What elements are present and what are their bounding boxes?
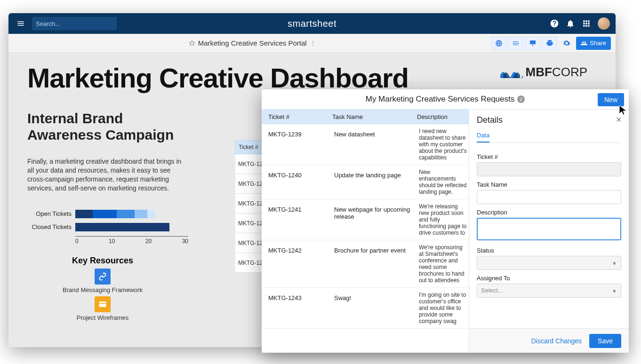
resource-label: Brand Messaging Framework bbox=[27, 286, 178, 293]
link-icon bbox=[98, 272, 107, 281]
people-icon bbox=[581, 40, 587, 47]
new-button[interactable]: New bbox=[598, 93, 624, 106]
search-field[interactable] bbox=[32, 17, 117, 30]
chevron-down-icon: ▼ bbox=[612, 288, 617, 294]
col-desc[interactable]: Description bbox=[417, 113, 469, 120]
presentation-icon bbox=[529, 40, 537, 47]
sheet-menu-icon[interactable]: ⋮ bbox=[310, 40, 316, 47]
campaign-description: Finally, a marketing creative dashboard … bbox=[27, 157, 187, 193]
user-avatar[interactable] bbox=[598, 17, 610, 30]
input-task[interactable] bbox=[477, 190, 621, 204]
print-button[interactable] bbox=[542, 37, 557, 50]
chevron-down-icon: ▼ bbox=[612, 261, 617, 266]
input-ticket bbox=[477, 162, 621, 176]
info-icon[interactable]: i bbox=[517, 95, 525, 103]
col-task[interactable]: Task Name bbox=[332, 113, 417, 120]
chart-label-open: Open Tickets bbox=[27, 210, 72, 217]
bell-icon[interactable] bbox=[566, 19, 575, 28]
search-input[interactable] bbox=[36, 20, 115, 27]
apps-icon[interactable] bbox=[582, 19, 591, 28]
save-button[interactable]: Save bbox=[589, 334, 621, 348]
sheet-toolbar: Marketing Creative Services Portal ⋮ Sha… bbox=[8, 34, 616, 53]
tab-data[interactable]: Data bbox=[477, 129, 489, 142]
close-button[interactable]: ✕ bbox=[616, 115, 623, 123]
layout-icon bbox=[98, 300, 107, 309]
label-assigned: Assigned To bbox=[477, 275, 621, 282]
table-row[interactable]: MKTG-1239New datasheetI need new datashe… bbox=[262, 124, 469, 165]
label-ticket: Ticket # bbox=[477, 153, 621, 160]
resources-heading: Key Resources bbox=[27, 256, 178, 266]
table-row[interactable]: MKTG-1242Brochure for partner eventWe're… bbox=[262, 240, 469, 288]
print-icon bbox=[546, 40, 553, 47]
help-icon[interactable] bbox=[550, 19, 559, 28]
details-heading: Details bbox=[477, 115, 621, 125]
ticket-chart: Open Tickets Closed Tickets 0 10 20 30 bbox=[27, 210, 187, 245]
chart-label-closed: Closed Tickets bbox=[27, 223, 72, 230]
mbf-wave-icon bbox=[500, 67, 523, 78]
mbf-logo: MBFCORP bbox=[500, 65, 587, 79]
report-panel: My Marketing Creative Services Requests … bbox=[262, 89, 629, 353]
label-description: Description bbox=[477, 209, 621, 216]
chart-axis: 0 10 20 30 bbox=[75, 236, 188, 245]
table-row[interactable]: MKTG-1243Swag!I'm going on site to custo… bbox=[262, 288, 469, 329]
col-ticket[interactable]: Ticket # bbox=[262, 113, 332, 120]
input-description[interactable] bbox=[477, 218, 621, 240]
label-status: Status bbox=[477, 247, 621, 254]
details-panel: Details ✕ Data Ticket # Task Name Descri… bbox=[469, 109, 629, 353]
menu-button[interactable] bbox=[14, 17, 27, 30]
gear-button[interactable] bbox=[559, 37, 574, 50]
share-label: Share bbox=[590, 40, 606, 47]
discard-button[interactable]: Discard Changes bbox=[531, 337, 582, 345]
brand-logo: smartsheet bbox=[288, 18, 337, 29]
chart-bar-open bbox=[75, 210, 155, 218]
globe-icon bbox=[495, 40, 503, 47]
gear-icon bbox=[563, 40, 570, 47]
report-table: Ticket # Task Name Description MKTG-1239… bbox=[262, 109, 469, 329]
present-button[interactable] bbox=[525, 37, 540, 50]
star-icon[interactable] bbox=[189, 40, 195, 47]
resource-item-wireframes[interactable]: Project Wireframes bbox=[27, 296, 178, 321]
topbar: smartsheet bbox=[8, 13, 616, 34]
select-status[interactable]: ▼ bbox=[477, 256, 621, 270]
resource-item-brand[interactable]: Brand Messaging Framework bbox=[27, 269, 178, 293]
settings-button[interactable] bbox=[508, 37, 523, 50]
sliders-icon bbox=[512, 40, 520, 47]
table-row[interactable]: MKTG-1240Update the landing pageNew enha… bbox=[262, 165, 469, 199]
label-task: Task Name bbox=[477, 181, 621, 188]
select-assigned[interactable]: Select...▼ bbox=[477, 284, 621, 298]
chart-bar-closed bbox=[75, 223, 169, 231]
resource-label: Project Wireframes bbox=[27, 314, 178, 321]
sheet-title: Marketing Creative Services Portal bbox=[198, 39, 307, 47]
globe-button[interactable] bbox=[491, 37, 506, 50]
report-title: My Marketing Creative Services Requests bbox=[366, 95, 515, 104]
table-row[interactable]: MKTG-1241New webpage for upcoming releas… bbox=[262, 199, 469, 240]
hamburger-icon bbox=[16, 19, 25, 28]
share-button[interactable]: Share bbox=[576, 37, 611, 50]
